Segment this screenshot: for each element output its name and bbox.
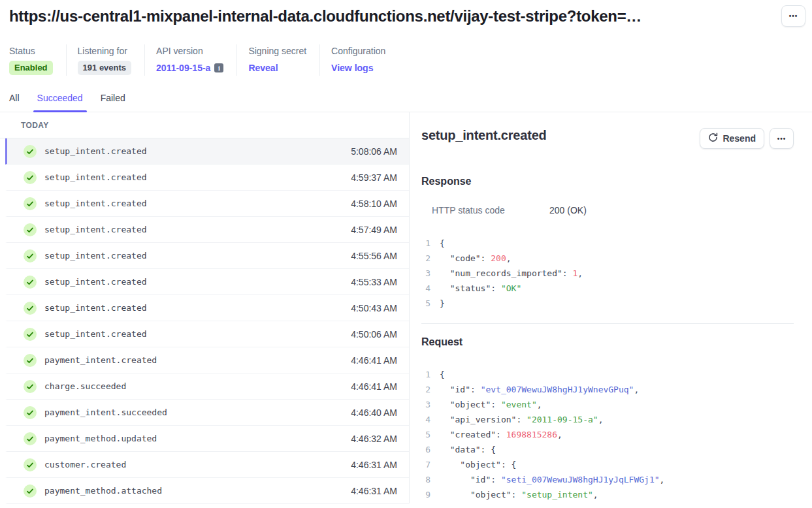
code-line: 8 "id": "seti_007WewuJW8hgHJ1yJqLFWGj1", — [421, 472, 794, 487]
view-logs-link[interactable]: View logs — [331, 63, 373, 73]
event-time: 4:46:31 AM — [351, 460, 397, 470]
status-item-signing-secret: Signing secret Reveal — [236, 44, 319, 76]
status-label: Status — [9, 44, 53, 57]
code-line: 4 "api_version": "2011-09-15-a", — [421, 412, 794, 427]
success-check-icon — [24, 223, 37, 236]
event-name: payment_intent.succeeded — [44, 407, 167, 417]
listening-for-label: Listening for — [78, 44, 132, 57]
event-time: 4:55:33 AM — [351, 277, 397, 287]
line-number: 9 — [421, 487, 430, 502]
section-divider — [421, 323, 794, 324]
event-rows: setup_intent.created5:08:06 AMsetup_inte… — [0, 138, 409, 504]
event-list-panel: TODAY setup_intent.created5:08:06 AMsetu… — [0, 112, 410, 503]
event-list-row[interactable]: payment_method.updated4:46:32 AM — [5, 426, 409, 452]
event-name: payment_intent.created — [44, 355, 157, 365]
event-list-row[interactable]: setup_intent.created4:55:56 AM — [5, 243, 409, 269]
status-enabled-badge: Enabled — [9, 61, 53, 75]
line-number: 5 — [421, 296, 430, 311]
events-count-badge: 191 events — [78, 61, 132, 75]
success-check-icon — [24, 302, 37, 315]
code-line: 3 "num_records_imported": 1, — [421, 266, 794, 281]
response-section-heading: Response — [421, 176, 794, 187]
line-number: 8 — [421, 472, 430, 487]
event-time: 4:46:41 AM — [351, 381, 397, 392]
reveal-secret-link[interactable]: Reveal — [248, 63, 278, 73]
event-list-row[interactable]: setup_intent.created4:50:06 AM — [5, 321, 409, 347]
event-list-row[interactable]: setup_intent.created5:08:06 AM — [5, 138, 409, 165]
event-list-row[interactable]: setup_intent.created4:57:49 AM — [5, 217, 409, 243]
event-list-row[interactable]: setup_intent.created4:50:43 AM — [5, 295, 409, 321]
code-line: 1{ — [421, 367, 794, 382]
endpoint-status-bar: Status Enabled Listening for 191 events … — [9, 44, 812, 76]
event-list-row[interactable]: charge.succeeded4:46:41 AM — [5, 373, 409, 400]
success-check-icon — [24, 380, 37, 393]
line-number: 3 — [421, 397, 430, 412]
signing-secret-label: Signing secret — [248, 44, 306, 57]
line-number: 4 — [421, 281, 430, 296]
line-number: 3 — [421, 266, 430, 281]
tab-all[interactable]: All — [9, 93, 20, 112]
code-line: 5} — [421, 296, 794, 311]
event-name: charge.succeeded — [44, 381, 126, 391]
resend-refresh-icon — [708, 133, 718, 144]
line-number: 5 — [421, 427, 430, 442]
code-line: 2 "id": "evt_007WewuJW8hgHJ1yWnevGPuq", — [421, 382, 794, 397]
status-item-status: Status Enabled — [9, 44, 66, 76]
line-number: 7 — [421, 457, 430, 472]
tab-failed[interactable]: Failed — [101, 93, 125, 112]
line-number: 4 — [421, 412, 430, 427]
response-code-block: 1{2 "code": 200,3 "num_records_imported"… — [421, 236, 794, 311]
event-time: 4:46:31 AM — [351, 486, 397, 496]
event-list-row[interactable]: payment_method.attached4:46:31 AM — [5, 478, 409, 504]
event-name: payment_method.updated — [44, 434, 157, 443]
event-list-row[interactable]: setup_intent.created4:58:10 AM — [5, 191, 409, 217]
http-status-value: 200 (OK) — [549, 204, 587, 217]
api-version-label: API version — [156, 44, 223, 57]
event-name: setup_intent.created — [44, 303, 147, 313]
event-list-row[interactable]: setup_intent.created4:59:37 AM — [5, 165, 409, 191]
event-time: 5:08:06 AM — [351, 146, 397, 157]
event-list-row[interactable]: payment_intent.succeeded4:46:40 AM — [5, 400, 409, 426]
event-list-row[interactable]: setup_intent.created4:55:33 AM — [5, 269, 409, 295]
line-number: 1 — [421, 236, 430, 251]
event-time: 4:50:06 AM — [351, 329, 397, 340]
request-section-heading: Request — [421, 336, 794, 348]
header-overflow-button[interactable]: ••• — [781, 5, 805, 27]
http-status-label: HTTP status code — [432, 204, 549, 217]
event-filter-tabs: All Succeeded Failed — [0, 93, 812, 112]
event-list-row[interactable]: payment_intent.created4:46:41 AM — [5, 347, 409, 373]
code-line: 9 "object": "setup_intent", — [421, 487, 794, 502]
line-number: 2 — [421, 251, 430, 266]
ellipsis-icon: ••• — [777, 135, 787, 142]
event-time: 4:50:43 AM — [351, 303, 397, 313]
api-version-link[interactable]: 2011-09-15-a — [156, 63, 210, 73]
event-detail-panel: setup_intent.created Resend ••• Response — [410, 112, 812, 503]
line-number: 6 — [421, 442, 430, 457]
code-line: 3 "object": "event", — [421, 397, 794, 412]
event-name: setup_intent.created — [44, 172, 147, 182]
success-check-icon — [24, 432, 37, 445]
request-code-block: 1{2 "id": "evt_007WewuJW8hgHJ1yWnevGPuq"… — [421, 367, 794, 502]
status-item-configuration: Configuration View logs — [319, 44, 398, 76]
success-check-icon — [24, 171, 37, 184]
event-list-row[interactable]: customer.created4:46:31 AM — [5, 452, 409, 478]
success-check-icon — [24, 249, 37, 262]
event-name: setup_intent.created — [44, 198, 147, 208]
code-line: 2 "code": 200, — [421, 251, 794, 266]
success-check-icon — [24, 328, 37, 341]
info-icon[interactable]: i — [214, 63, 223, 72]
status-item-listening: Listening for 191 events — [66, 44, 145, 76]
code-line: 1{ — [421, 236, 794, 251]
success-check-icon — [24, 197, 37, 210]
tab-succeeded[interactable]: Succeeded — [37, 93, 83, 112]
event-name: customer.created — [44, 460, 126, 469]
line-number: 1 — [421, 367, 430, 382]
endpoint-url-title: https://us-central1-mixpanel-internal-da… — [9, 5, 641, 27]
page-header: https://us-central1-mixpanel-internal-da… — [0, 0, 812, 27]
event-time: 4:46:32 AM — [351, 434, 397, 444]
resend-button[interactable]: Resend — [700, 128, 764, 149]
event-time: 4:46:41 AM — [351, 355, 397, 366]
configuration-label: Configuration — [331, 44, 385, 57]
detail-overflow-button[interactable]: ••• — [770, 128, 794, 149]
success-check-icon — [24, 145, 37, 158]
